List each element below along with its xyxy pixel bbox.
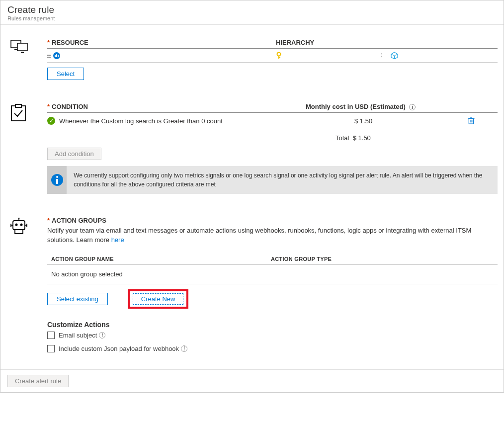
svg-rect-20: [15, 104, 21, 107]
condition-section: *CONDITION Monthly cost in USD (Estimate…: [5, 103, 499, 194]
email-subject-label: Email subject: [59, 332, 97, 339]
svg-rect-1: [14, 49, 17, 50]
page-title: Create rule: [7, 4, 497, 15]
action-groups-label: ACTION GROUPS: [52, 217, 106, 224]
resource-label: RESOURCE: [52, 39, 88, 46]
json-payload-label: Include custom Json payload for webhook: [59, 345, 179, 352]
condition-header-row: *CONDITION Monthly cost in USD (Estimate…: [47, 103, 498, 113]
robot-icon: [10, 218, 27, 236]
svg-line-16: [391, 54, 395, 56]
page-subtitle: Rules management: [7, 15, 497, 21]
create-new-highlight: Create New: [128, 289, 189, 309]
monitor-devices-icon: [10, 40, 28, 55]
page-header: Create rule Rules management: [0, 0, 504, 25]
svg-point-28: [56, 176, 58, 178]
hierarchy-label: HIERARCHY: [276, 39, 314, 46]
action-groups-section: *ACTION GROUPS Notify your team via emai…: [5, 217, 499, 355]
condition-row[interactable]: ✓ Whenever the Custom log search is Grea…: [47, 113, 498, 129]
svg-rect-29: [56, 179, 58, 184]
svg-rect-32: [13, 221, 25, 230]
svg-point-34: [20, 224, 23, 226]
action-groups-section-icon: [5, 217, 47, 355]
check-circle-icon: ✓: [47, 117, 55, 125]
condition-section-icon: [5, 103, 47, 194]
svg-point-12: [277, 52, 281, 56]
create-new-button[interactable]: Create New: [133, 293, 184, 305]
action-groups-description: Notify your team via email and text mess…: [47, 224, 498, 245]
svg-rect-9: [55, 55, 56, 57]
condition-label: CONDITION: [52, 103, 88, 110]
svg-rect-13: [278, 56, 279, 59]
ag-col-name: ACTION GROUP NAME: [47, 256, 271, 262]
svg-point-33: [15, 224, 18, 226]
svg-rect-14: [279, 57, 280, 58]
info-icon[interactable]: i: [181, 345, 187, 352]
learn-more-link[interactable]: here: [111, 236, 124, 244]
clipboard-check-icon: [10, 104, 26, 122]
svg-rect-4: [47, 55, 49, 56]
ag-col-type: ACTION GROUP TYPE: [271, 256, 498, 262]
info-icon[interactable]: i: [99, 332, 105, 338]
info-icon[interactable]: i: [409, 104, 416, 110]
metric-icon: [53, 52, 60, 59]
page-footer: Create alert rule: [0, 369, 504, 392]
condition-total-row: Total $ 1.50: [47, 129, 498, 147]
action-group-table-header: ACTION GROUP NAME ACTION GROUP TYPE: [47, 252, 498, 264]
resource-section: *RESOURCE HIERARCHY 〉: [5, 39, 499, 80]
json-payload-row: Include custom Json payload for webhook …: [47, 342, 498, 355]
info-banner: We currently support configuring only tw…: [47, 166, 498, 194]
select-resource-button[interactable]: Select: [47, 68, 84, 80]
total-cost: $ 1.50: [353, 134, 371, 142]
svg-rect-19: [11, 106, 25, 121]
svg-line-17: [395, 54, 398, 56]
grid-dots-icon: [47, 53, 52, 59]
cube-icon: [391, 52, 398, 59]
svg-rect-7: [49, 57, 51, 58]
resource-row: 〉: [47, 49, 498, 63]
customize-actions-title: Customize Actions: [47, 321, 498, 329]
svg-rect-2: [17, 43, 27, 51]
condition-cost: $ 1.50: [354, 117, 372, 125]
info-circle-icon: [51, 173, 64, 186]
json-payload-checkbox[interactable]: [47, 345, 55, 352]
action-group-empty: No action group selected: [47, 264, 498, 284]
page-body: *RESOURCE HIERARCHY 〉: [0, 25, 504, 369]
add-condition-button: Add condition: [47, 148, 101, 160]
resource-section-icon: [5, 39, 47, 80]
create-rule-page: Create rule Rules management *RESOURCE H…: [0, 0, 504, 393]
key-icon: [276, 52, 282, 59]
create-alert-rule-button: Create alert rule: [7, 375, 69, 387]
info-text: We currently support configuring only tw…: [67, 166, 498, 194]
svg-rect-3: [21, 52, 24, 53]
resource-header-row: *RESOURCE HIERARCHY: [47, 39, 498, 49]
delete-icon[interactable]: [468, 117, 475, 124]
total-label: Total: [336, 134, 349, 142]
email-subject-checkbox[interactable]: [47, 332, 55, 339]
email-subject-row: Email subject i: [47, 329, 498, 342]
svg-rect-39: [15, 230, 23, 234]
svg-rect-5: [49, 55, 51, 56]
svg-rect-6: [47, 57, 49, 58]
select-existing-button[interactable]: Select existing: [47, 293, 108, 305]
svg-point-31: [18, 218, 20, 219]
chevron-right-icon: 〉: [380, 52, 386, 59]
condition-text: Whenever the Custom log search is Greate…: [59, 117, 223, 125]
cost-label: Monthly cost in USD (Estimated): [306, 103, 406, 110]
svg-rect-11: [58, 55, 59, 57]
svg-rect-10: [56, 54, 57, 57]
